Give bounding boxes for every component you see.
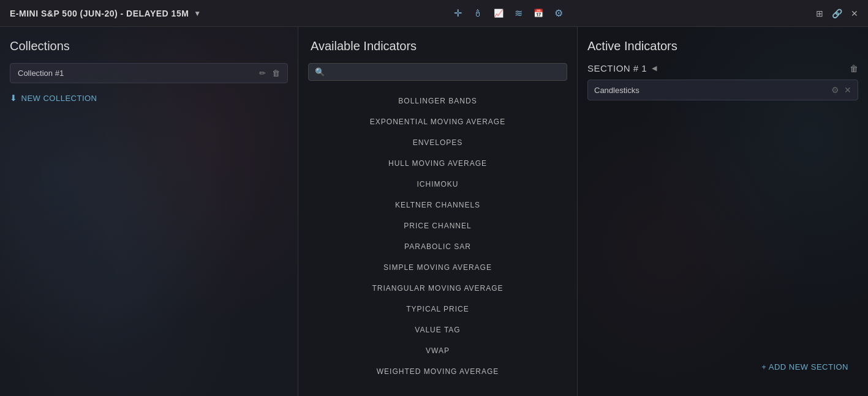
indicator-list-item[interactable]: BOLLINGER BANDS xyxy=(298,91,577,111)
stack-icon[interactable]: ≋ xyxy=(515,7,523,19)
new-collection-button[interactable]: ⬇ NEW COLLECTION xyxy=(10,91,97,105)
calendar-icon[interactable]: 📅 xyxy=(534,9,543,18)
collection-item[interactable]: Collection #1 ✏ 🗑 xyxy=(10,63,288,83)
indicator-list-item[interactable]: ICHIMOKU xyxy=(298,174,577,195)
indicator-list-item[interactable]: EXPONENTIAL MOVING AVERAGE xyxy=(298,111,577,132)
active-panel-header: Active Indicators xyxy=(587,39,858,53)
settings-icon[interactable]: ⚙ xyxy=(554,7,563,19)
indicator-active-actions: ⚙ ✕ xyxy=(831,85,851,95)
indicator-list-item[interactable]: VALUE TAG xyxy=(298,319,577,340)
indicator-list-item[interactable]: KELTNER CHANNELS xyxy=(298,195,577,215)
chart-line-icon[interactable]: 📈 xyxy=(494,9,504,18)
collections-panel: Collections Collection #1 ✏ 🗑 ⬇ NEW COLL… xyxy=(0,27,298,396)
add-section-button[interactable]: + ADD NEW SECTION xyxy=(761,362,848,372)
header: E-MINI S&P 500 (JUN-20) - DELAYED 15M ▼ … xyxy=(0,0,868,27)
active-indicator-item: Candlesticks ⚙ ✕ xyxy=(587,80,858,100)
available-panel: Available Indicators 🔍 BOLLINGER BANDSEX… xyxy=(298,27,578,396)
indicator-list-item[interactable]: ENVELOPES xyxy=(298,132,577,153)
section-header: SECTION # 1 ◀ 🗑 xyxy=(587,63,858,73)
active-indicator-name: Candlesticks xyxy=(594,86,640,95)
link-icon[interactable]: 🔗 xyxy=(832,9,842,18)
play-icon: ◀ xyxy=(652,64,657,72)
section-label: SECTION # 1 ◀ xyxy=(587,63,657,73)
crosshair-icon[interactable]: ✛ xyxy=(454,7,462,19)
indicator-remove-icon[interactable]: ✕ xyxy=(844,85,851,95)
active-title: Active Indicators xyxy=(587,39,677,53)
grid-icon[interactable]: ⊞ xyxy=(816,9,823,18)
collections-title: Collections xyxy=(10,39,288,53)
indicator-list-item[interactable]: TYPICAL PRICE xyxy=(298,299,577,319)
new-collection-label: NEW COLLECTION xyxy=(21,94,97,103)
edit-icon[interactable]: ✏ xyxy=(259,69,266,78)
search-icon: 🔍 xyxy=(315,67,325,77)
active-panel: Active Indicators SECTION # 1 ◀ 🗑 Candle… xyxy=(578,27,868,396)
indicator-list-item[interactable]: SIMPLE MOVING AVERAGE xyxy=(298,257,577,278)
chart-title: E-MINI S&P 500 (JUN-20) - DELAYED 15M xyxy=(10,9,189,18)
close-icon[interactable]: ✕ xyxy=(851,9,858,18)
main-layout: Collections Collection #1 ✏ 🗑 ⬇ NEW COLL… xyxy=(0,27,868,396)
header-left: E-MINI S&P 500 (JUN-20) - DELAYED 15M ▼ xyxy=(10,9,201,18)
section-name: SECTION # 1 xyxy=(587,63,647,73)
available-title: Available Indicators xyxy=(298,39,577,53)
header-toolbar: ✛ 🕯 📈 ≋ 📅 ⚙ xyxy=(454,7,563,19)
indicator-list-item[interactable]: PRICE CHANNEL xyxy=(298,215,577,236)
delete-icon[interactable]: 🗑 xyxy=(272,69,280,78)
indicator-list-item[interactable]: TRIANGULAR MOVING AVERAGE xyxy=(298,278,577,299)
indicator-list-item[interactable]: PARABOLIC SAR xyxy=(298,236,577,257)
header-actions: ⊞ 🔗 ✕ xyxy=(816,9,858,18)
candle-icon[interactable]: 🕯 xyxy=(473,8,483,19)
chevron-down-icon[interactable]: ▼ xyxy=(194,9,201,18)
collection-item-actions: ✏ 🗑 xyxy=(259,69,280,78)
download-icon: ⬇ xyxy=(10,93,18,103)
indicator-list-item[interactable]: VWAP xyxy=(298,340,577,361)
collections-content: Collections Collection #1 ✏ 🗑 ⬇ NEW COLL… xyxy=(10,39,288,105)
indicator-gear-icon[interactable]: ⚙ xyxy=(831,85,839,95)
section-delete-icon[interactable]: 🗑 xyxy=(850,64,858,73)
indicator-list-item[interactable]: HULL MOVING AVERAGE xyxy=(298,153,577,174)
indicator-list-item[interactable]: WEIGHTED MOVING AVERAGE xyxy=(298,361,577,382)
search-container: 🔍 xyxy=(298,63,577,81)
collection-name: Collection #1 xyxy=(18,69,64,78)
search-input[interactable] xyxy=(328,67,560,77)
indicators-list: BOLLINGER BANDSEXPONENTIAL MOVING AVERAG… xyxy=(298,91,577,384)
search-box: 🔍 xyxy=(308,63,567,81)
